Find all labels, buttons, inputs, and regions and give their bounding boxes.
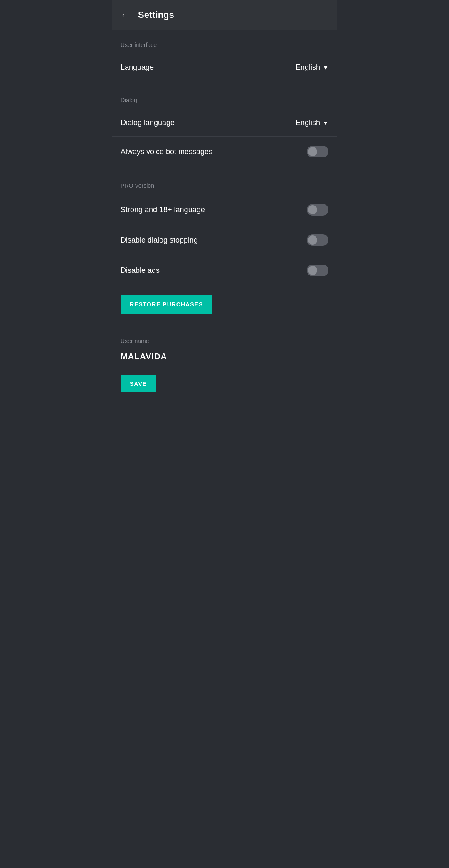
user-interface-section: User interface Language English ▼	[112, 30, 337, 81]
dialog-section-label: Dialog	[112, 85, 337, 109]
language-dropdown[interactable]: English ▼	[296, 63, 328, 72]
strong-language-slider	[307, 204, 328, 216]
disable-dialog-slider	[307, 234, 328, 246]
language-label: Language	[121, 63, 154, 72]
language-value: English	[296, 63, 320, 72]
always-voice-toggle[interactable]	[307, 146, 328, 157]
pro-version-section: PRO Version Strong and 18+ language Disa…	[112, 171, 337, 324]
back-icon[interactable]: ←	[121, 10, 130, 20]
strong-language-label: Strong and 18+ language	[121, 206, 205, 214]
user-interface-label: User interface	[112, 30, 337, 54]
always-voice-label: Always voice bot messages	[121, 147, 212, 156]
strong-language-row: Strong and 18+ language	[112, 195, 337, 225]
disable-ads-label: Disable ads	[121, 266, 160, 275]
strong-language-toggle[interactable]	[307, 204, 328, 216]
language-dropdown-arrow-icon: ▼	[323, 64, 328, 71]
page-title: Settings	[138, 10, 174, 20]
username-input-container	[121, 352, 328, 365]
always-voice-row: Always voice bot messages	[112, 137, 337, 167]
username-section: User name SAVE	[112, 328, 337, 392]
settings-content: User interface Language English ▼ Dialog…	[112, 30, 337, 392]
dialog-language-dropdown-arrow-icon: ▼	[323, 120, 328, 126]
disable-ads-toggle[interactable]	[307, 265, 328, 276]
dialog-language-label: Dialog language	[121, 118, 175, 127]
save-button[interactable]: SAVE	[121, 375, 156, 392]
language-row[interactable]: Language English ▼	[112, 54, 337, 81]
always-voice-slider	[307, 146, 328, 157]
disable-dialog-label: Disable dialog stopping	[121, 236, 198, 245]
username-input[interactable]	[121, 352, 328, 361]
dialog-language-row[interactable]: Dialog language English ▼	[112, 109, 337, 137]
header: ← Settings	[112, 0, 337, 30]
disable-dialog-toggle[interactable]	[307, 234, 328, 246]
pro-version-label: PRO Version	[112, 171, 337, 195]
disable-ads-row: Disable ads	[112, 255, 337, 285]
dialog-language-value: English	[296, 118, 320, 127]
dialog-language-dropdown[interactable]: English ▼	[296, 118, 328, 127]
username-section-label: User name	[121, 338, 328, 344]
restore-purchases-button[interactable]: RESTORE PURCHASES	[121, 295, 212, 314]
disable-dialog-row: Disable dialog stopping	[112, 225, 337, 255]
dialog-section: Dialog Dialog language English ▼ Always …	[112, 85, 337, 167]
disable-ads-slider	[307, 265, 328, 276]
